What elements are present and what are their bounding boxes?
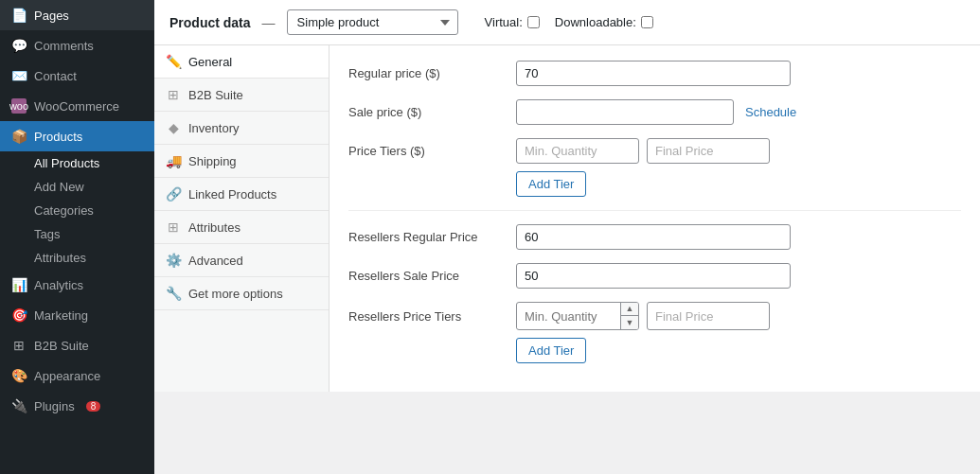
plugins-icon: 🔌: [11, 398, 27, 413]
products-icon: 📦: [11, 129, 27, 144]
tab-general[interactable]: ✏️ General: [154, 45, 329, 79]
add-tier-row: Add Tier: [348, 171, 961, 197]
min-quantity-input[interactable]: [516, 138, 639, 164]
product-tabs: ✏️ General ⊞ B2B Suite ◆ Inventory 🚚 Shi…: [154, 45, 330, 392]
get-more-options-tab-icon: 🔧: [166, 286, 181, 301]
tab-advanced[interactable]: ⚙️ Advanced: [154, 244, 329, 277]
price-tiers-label: Price Tiers ($): [348, 144, 505, 158]
sidebar-item-analytics[interactable]: 📊 Analytics: [0, 270, 154, 300]
resellers-price-tiers-row: Resellers Price Tiers ▲ ▼: [348, 302, 961, 330]
sidebar-sub-all-products[interactable]: All Products: [0, 151, 154, 175]
reseller-min-quantity-wrap: ▲ ▼: [516, 302, 639, 330]
resellers-regular-price-row: Resellers Regular Price: [348, 224, 961, 250]
advanced-tab-icon: ⚙️: [166, 253, 181, 268]
resellers-sale-price-input[interactable]: [516, 263, 791, 289]
attributes-tab-icon: ⊞: [166, 219, 181, 235]
downloadable-checkbox-label[interactable]: Downloadable:: [555, 15, 653, 29]
sidebar-label-marketing: Marketing: [34, 308, 88, 323]
sidebar-label-contact: Contact: [34, 69, 77, 83]
marketing-icon: 🎯: [11, 307, 27, 323]
tab-label-advanced: Advanced: [188, 254, 243, 268]
sale-price-label: Sale price ($): [348, 105, 505, 119]
b2b-icon: ⊞: [11, 338, 27, 353]
resellers-regular-price-label: Resellers Regular Price: [348, 230, 505, 244]
resellers-price-tiers-label: Resellers Price Tiers: [348, 309, 505, 324]
main-content: Product data — Simple product Variable p…: [154, 0, 980, 474]
sidebar-item-plugins[interactable]: 🔌 Plugins 8: [0, 391, 154, 421]
section-divider: [348, 210, 961, 211]
price-tiers-inputs: [516, 138, 770, 164]
sidebar-sub-categories[interactable]: Categories: [0, 199, 154, 222]
price-tiers-row: Price Tiers ($): [348, 138, 961, 164]
virtual-checkbox-label[interactable]: Virtual:: [485, 15, 540, 29]
sidebar-submenu-products: All Products Add New Categories Tags Att…: [0, 151, 154, 270]
reseller-final-price-input[interactable]: [647, 302, 770, 330]
tab-label-inventory: Inventory: [188, 121, 239, 135]
sidebar-item-products[interactable]: 📦 Products: [0, 121, 154, 151]
sidebar-sub-add-new[interactable]: Add New: [0, 175, 154, 199]
product-data-dash: —: [262, 15, 276, 30]
tab-inventory[interactable]: ◆ Inventory: [154, 112, 329, 145]
tab-label-b2b: B2B Suite: [188, 88, 243, 102]
sidebar-sub-tags[interactable]: Tags: [0, 222, 154, 246]
sidebar-item-b2b-suite[interactable]: ⊞ B2B Suite: [0, 330, 154, 360]
sale-price-row: Sale price ($) Schedule: [348, 99, 961, 125]
final-price-input[interactable]: [647, 138, 770, 164]
sidebar-label-products: Products: [34, 130, 82, 144]
sidebar-label-comments: Comments: [34, 39, 94, 53]
sidebar-item-woocommerce[interactable]: woo WooCommerce: [0, 91, 154, 121]
add-tier-row-2: Add Tier: [348, 338, 961, 363]
resellers-tiers-inputs: ▲ ▼: [516, 302, 770, 330]
product-data-label: Product data: [169, 15, 251, 30]
spinner-up-button[interactable]: ▲: [621, 303, 638, 316]
linked-products-tab-icon: 🔗: [166, 186, 181, 202]
spinner-down-button[interactable]: ▼: [621, 316, 638, 329]
schedule-link[interactable]: Schedule: [745, 105, 796, 119]
sidebar-item-comments[interactable]: 💬 Comments: [0, 30, 154, 61]
resellers-regular-price-input[interactable]: [516, 224, 791, 250]
analytics-icon: 📊: [11, 277, 27, 292]
sidebar-sub-attributes[interactable]: Attributes: [0, 246, 154, 270]
downloadable-checkbox[interactable]: [641, 16, 653, 28]
tab-label-shipping: Shipping: [188, 154, 237, 168]
spinner-buttons: ▲ ▼: [620, 303, 638, 329]
contact-icon: ✉️: [11, 68, 27, 83]
tab-label-get-more-options: Get more options: [188, 287, 283, 301]
reseller-min-quantity-input[interactable]: [517, 305, 620, 328]
regular-price-input[interactable]: [516, 61, 791, 86]
add-tier-button-2[interactable]: Add Tier: [516, 338, 586, 363]
downloadable-label: Downloadable:: [555, 15, 636, 29]
add-tier-button[interactable]: Add Tier: [516, 171, 586, 197]
tab-attributes[interactable]: ⊞ Attributes: [154, 211, 329, 244]
pages-icon: 📄: [11, 8, 27, 23]
regular-price-row: Regular price ($): [348, 61, 961, 86]
resellers-sale-price-label: Resellers Sale Price: [348, 269, 505, 283]
product-data-section: Product data — Simple product Variable p…: [154, 0, 980, 392]
comments-icon: 💬: [11, 38, 27, 53]
appearance-icon: 🎨: [11, 368, 27, 383]
general-tab-icon: ✏️: [166, 54, 181, 69]
tab-linked-products[interactable]: 🔗 Linked Products: [154, 178, 329, 211]
product-panel-general: Regular price ($) Sale price ($) Schedul…: [330, 45, 980, 392]
virtual-downloadable-row: Virtual: Downloadable:: [485, 15, 653, 29]
product-type-select[interactable]: Simple product Variable product Grouped …: [287, 9, 458, 35]
sidebar-label-pages: Pages: [34, 9, 69, 23]
sidebar-label-woocommerce: WooCommerce: [34, 99, 119, 114]
sidebar-label-analytics: Analytics: [34, 278, 83, 292]
inventory-tab-icon: ◆: [166, 120, 181, 135]
virtual-checkbox[interactable]: [527, 16, 540, 28]
tab-label-general: General: [188, 55, 232, 69]
tab-get-more-options[interactable]: 🔧 Get more options: [154, 277, 329, 310]
sidebar: 📄 Pages 💬 Comments ✉️ Contact woo WooCom…: [0, 0, 154, 474]
sidebar-item-marketing[interactable]: 🎯 Marketing: [0, 300, 154, 330]
tab-label-linked-products: Linked Products: [188, 187, 276, 202]
tab-b2b-suite[interactable]: ⊞ B2B Suite: [154, 79, 329, 112]
sidebar-item-appearance[interactable]: 🎨 Appearance: [0, 360, 154, 391]
product-data-body: ✏️ General ⊞ B2B Suite ◆ Inventory 🚚 Shi…: [154, 45, 980, 392]
tab-shipping[interactable]: 🚚 Shipping: [154, 145, 329, 178]
virtual-label: Virtual:: [485, 15, 523, 29]
sidebar-item-pages[interactable]: 📄 Pages: [0, 0, 154, 30]
sidebar-label-plugins: Plugins: [34, 399, 75, 413]
sale-price-input[interactable]: [516, 99, 734, 125]
sidebar-item-contact[interactable]: ✉️ Contact: [0, 61, 154, 91]
